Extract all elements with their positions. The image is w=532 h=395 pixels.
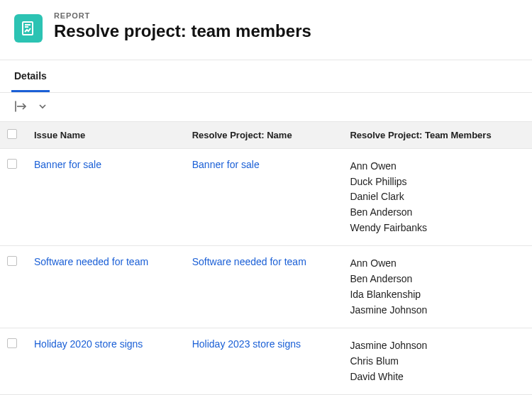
team-member-name: Jasmine Johnson xyxy=(350,303,523,318)
team-member-name: Ann Owen xyxy=(350,159,523,174)
col-resolve-name[interactable]: Resolve Project: Name xyxy=(184,122,342,149)
issue-name-link[interactable]: Holiday 2020 store signs xyxy=(34,338,143,350)
tab-bar: Details xyxy=(0,60,532,93)
team-member-name: Chris Blum xyxy=(350,354,523,369)
col-issue-name[interactable]: Issue Name xyxy=(26,122,184,149)
team-member-name: Jasmine Johnson xyxy=(350,338,523,354)
chevron-down-icon[interactable] xyxy=(38,102,47,111)
cell-team-members: Jasmine JohnsonChris BlumDavid White xyxy=(341,328,532,395)
resolve-name-link[interactable]: Software needed for team xyxy=(192,256,306,267)
toolbar xyxy=(0,93,532,121)
team-member-name: Ann Owen xyxy=(350,256,523,272)
cell-resolve-name: Software needed for team xyxy=(184,246,342,328)
team-member-name: Ben Anderson xyxy=(350,205,523,221)
tab-details[interactable]: Details xyxy=(11,60,50,92)
resolve-name-link[interactable]: Banner for sale xyxy=(192,159,260,170)
row-select-cell xyxy=(0,328,26,395)
issue-name-link[interactable]: Software needed for team xyxy=(34,256,148,267)
col-team-members[interactable]: Resolve Project: Team Members xyxy=(341,122,532,149)
cell-team-members: Ann OwenDuck PhillipsDaniel ClarkBen And… xyxy=(341,149,532,246)
team-member-name: David White xyxy=(350,369,523,385)
table-row: Banner for saleBanner for saleAnn OwenDu… xyxy=(0,149,532,246)
cell-resolve-name: Holiday 2023 store signs xyxy=(184,328,342,395)
select-all-cell xyxy=(0,122,26,149)
select-all-checkbox[interactable] xyxy=(7,129,17,139)
team-member-name: Ida Blankenship xyxy=(350,287,523,303)
row-checkbox[interactable] xyxy=(7,159,17,169)
eyebrow-label: REPORT xyxy=(54,11,311,20)
row-select-cell xyxy=(0,246,26,328)
team-member-name: Duck Phillips xyxy=(350,174,523,190)
team-member-name: Wendy Fairbanks xyxy=(350,221,523,236)
cell-team-members: Ann OwenBen AndersonIda BlankenshipJasmi… xyxy=(341,246,532,328)
table-row: Software needed for teamSoftware needed … xyxy=(0,246,532,328)
table-header-row: Issue Name Resolve Project: Name Resolve… xyxy=(0,122,532,149)
svg-rect-0 xyxy=(23,22,33,35)
export-icon[interactable] xyxy=(14,100,28,113)
report-icon xyxy=(14,14,43,43)
row-checkbox[interactable] xyxy=(7,256,17,266)
cell-issue-name: Holiday 2020 store signs xyxy=(26,328,184,395)
cell-issue-name: Banner for sale xyxy=(26,149,184,246)
resolve-name-link[interactable]: Holiday 2023 store signs xyxy=(192,338,301,350)
page-header: REPORT Resolve project: team members xyxy=(0,0,532,60)
report-table: Issue Name Resolve Project: Name Resolve… xyxy=(0,121,532,395)
cell-resolve-name: Banner for sale xyxy=(184,149,342,246)
issue-name-link[interactable]: Banner for sale xyxy=(34,159,101,170)
row-select-cell xyxy=(0,149,26,246)
team-member-name: Daniel Clark xyxy=(350,189,523,205)
table-row: Holiday 2020 store signsHoliday 2023 sto… xyxy=(0,328,532,395)
page-title: Resolve project: team members xyxy=(54,21,311,41)
row-checkbox[interactable] xyxy=(7,338,17,348)
cell-issue-name: Software needed for team xyxy=(26,246,184,328)
team-member-name: Ben Anderson xyxy=(350,272,523,287)
